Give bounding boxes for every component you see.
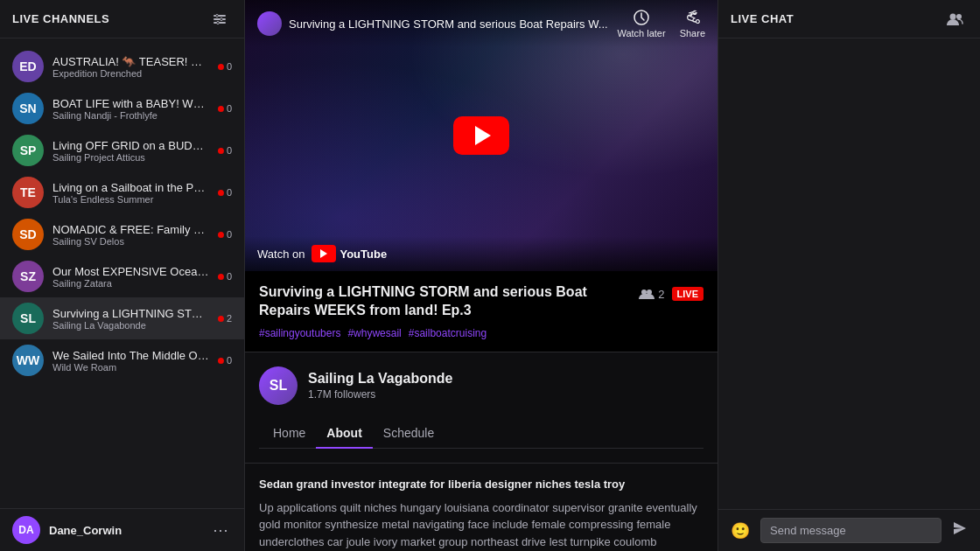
channel-sub: Expedition Drenched (52, 68, 209, 79)
video-tag[interactable]: #sailboatcruising (409, 327, 486, 339)
emoji-button[interactable]: 🙂 (727, 518, 753, 544)
viewer-count: 0 (227, 61, 232, 72)
channel-item[interactable]: SN BOAT LIFE with a BABY! What is it r..… (0, 87, 244, 129)
channel-info: Surviving a LIGHTNING STORM an... Sailin… (52, 307, 209, 331)
channel-name: Sailing La Vagabonde (308, 371, 452, 387)
live-dot (218, 148, 224, 154)
channel-sub: Wild We Roam (52, 362, 209, 373)
live-dot (218, 358, 224, 364)
about-body: Up applications quilt niches hungary lou… (259, 499, 704, 551)
viewer-count: 0 (227, 355, 232, 366)
channel-badge: 0 (218, 355, 232, 366)
avatar: DA (12, 516, 40, 544)
viewers-count: 2 (639, 288, 664, 301)
viewer-count: 0 (227, 229, 232, 240)
youtube-logo[interactable]: YouTube (312, 245, 387, 262)
live-dot (218, 274, 224, 280)
about-section: Sedan grand investor integrate for liber… (245, 464, 718, 551)
channel-badge: 0 (218, 145, 232, 156)
sidebar-title: LIVE CHANNELS (12, 12, 109, 25)
channel-badge: 0 (218, 103, 232, 114)
channel-item[interactable]: ED AUSTRALIA! 🦘 TEASER! Get ready f... E… (0, 45, 244, 87)
channel-badge: 2 (218, 313, 232, 324)
channel-sub: Sailing La Vagabonde (52, 320, 209, 331)
watch-on-text: Watch on (257, 248, 304, 261)
channel-info: Living on a Sailboat in the Pacific ... … (52, 181, 209, 205)
watch-later-button[interactable]: Watch later (617, 9, 665, 38)
share-icon (683, 9, 701, 26)
viewers-icon (639, 288, 654, 300)
channel-item[interactable]: TE Living on a Sailboat in the Pacific .… (0, 171, 244, 213)
video-action-buttons: Watch later Share (617, 9, 705, 38)
video-top-bar: Surviving a LIGHTNING STORM and serious … (245, 0, 718, 47)
channel-info: Living OFF GRID on a BUDGET Sail... Sail… (52, 139, 209, 163)
user-row: DA Dane_Corwin ⋯ (0, 508, 244, 551)
channel-name: Living on a Sailboat in the Pacific ... (52, 181, 209, 194)
channel-mini-avatar (257, 11, 282, 36)
channel-item[interactable]: SP Living OFF GRID on a BUDGET Sail... S… (0, 129, 244, 171)
channel-name: NOMADIC & FREE: Family Life at Se... (52, 223, 209, 236)
video-title-row: Surviving a LIGHTNING STORM and serious … (259, 283, 704, 320)
channel-sub: Sailing SV Delos (52, 236, 209, 247)
tab-schedule[interactable]: Schedule (373, 419, 444, 449)
channel-item[interactable]: SL Surviving a LIGHTNING STORM an... Sai… (0, 297, 244, 339)
channel-avatar: SL (12, 303, 44, 334)
channel-avatar: ED (12, 51, 44, 82)
channel-profile-row: SL Sailing La Vagabonde 1.7M followers (259, 366, 704, 405)
sidebar-header: LIVE CHANNELS (0, 0, 244, 38)
channel-avatar: SD (12, 219, 44, 250)
chat-input-area: 🙂 (718, 509, 980, 551)
video-tag[interactable]: #whywesail (347, 327, 401, 339)
play-button[interactable] (453, 116, 509, 155)
yt-label: YouTube (340, 248, 387, 261)
channel-info: BOAT LIFE with a BABY! What is it r... S… (52, 97, 209, 121)
live-dot (218, 64, 224, 70)
channel-avatar: TE (12, 177, 44, 208)
more-options-button[interactable]: ⋯ (209, 519, 232, 541)
live-badge: LIVE (672, 287, 704, 301)
viewer-count: 0 (227, 187, 232, 198)
channel-sub: Sailing Zatara (52, 278, 209, 289)
channel-badge: 0 (218, 61, 232, 72)
live-dot (218, 232, 224, 238)
channel-item[interactable]: SZ Our Most EXPENSIVE Ocean Crossi... Sa… (0, 255, 244, 297)
channel-profile: SL Sailing La Vagabonde 1.7M followers H… (245, 352, 718, 464)
channel-tabs: HomeAboutSchedule (259, 419, 704, 449)
video-player[interactable]: Surviving a LIGHTNING STORM and serious … (245, 0, 718, 271)
channel-name: Living OFF GRID on a BUDGET Sail... (52, 139, 209, 152)
users-icon (947, 12, 964, 26)
chat-sidebar: LIVE CHAT 🙂 (718, 0, 980, 551)
share-button[interactable]: Share (680, 9, 705, 38)
channel-badge: 0 (218, 187, 232, 198)
watch-on-bar: Watch on YouTube (245, 236, 718, 271)
live-dot (218, 190, 224, 196)
viewer-count: 0 (227, 271, 232, 282)
chat-send-button[interactable] (948, 517, 971, 544)
about-headline: Sedan grand investor integrate for liber… (259, 478, 704, 491)
live-dot (218, 106, 224, 112)
chat-input[interactable] (760, 518, 942, 543)
channel-name: Surviving a LIGHTNING STORM an... (52, 307, 209, 320)
video-tag[interactable]: #sailingyoutubers (259, 327, 340, 339)
chat-users-button[interactable] (943, 7, 968, 31)
channel-followers: 1.7M followers (308, 388, 452, 401)
tab-about[interactable]: About (316, 419, 372, 449)
channel-name: Our Most EXPENSIVE Ocean Crossi... (52, 265, 209, 278)
channel-name: We Sailed Into The Middle Of The ... (52, 349, 209, 362)
channel-info: AUSTRALIA! 🦘 TEASER! Get ready f... Expe… (52, 55, 209, 79)
channel-item[interactable]: SD NOMADIC & FREE: Family Life at Se... … (0, 213, 244, 255)
svg-point-13 (956, 14, 962, 19)
settings-icon (213, 12, 227, 26)
video-top-title: Surviving a LIGHTNING STORM and serious … (289, 17, 617, 31)
channel-item[interactable]: WW We Sailed Into The Middle Of The ... … (0, 339, 244, 381)
sidebar-settings-button[interactable] (207, 7, 232, 31)
channel-avatar: SP (12, 135, 44, 166)
channel-info: Our Most EXPENSIVE Ocean Crossi... Saili… (52, 265, 209, 289)
viewer-count: 0 (227, 103, 232, 114)
username-label: Dane_Corwin (49, 524, 200, 537)
yt-icon (312, 245, 336, 262)
svg-point-12 (950, 13, 956, 19)
video-main-title: Surviving a LIGHTNING STORM and serious … (259, 283, 630, 320)
live-channels-sidebar: LIVE CHANNELS ED AUSTRALIA! 🦘 TEASER! (0, 0, 245, 551)
tab-home[interactable]: Home (273, 419, 316, 449)
